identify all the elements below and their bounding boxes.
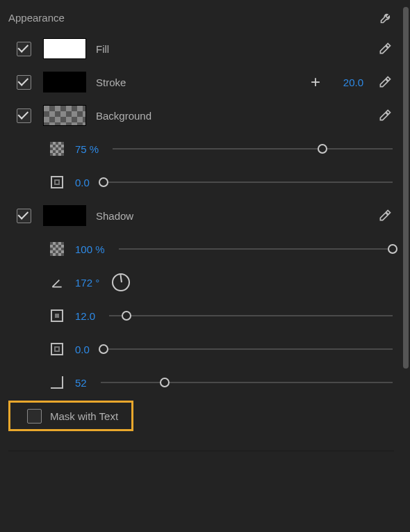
- wrench-icon[interactable]: [379, 10, 394, 25]
- distance-icon: [49, 307, 65, 324]
- mask-with-text-row[interactable]: Mask with Text: [8, 401, 133, 431]
- angle-icon: [49, 274, 65, 291]
- shadow-size-value[interactable]: 0.0: [75, 344, 90, 355]
- background-swatch[interactable]: [43, 105, 86, 126]
- shadow-distance-slider[interactable]: [109, 309, 393, 323]
- shadow-label: Shadow: [96, 210, 133, 222]
- fill-toggle[interactable]: [17, 42, 31, 56]
- scrollbar[interactable]: [403, 7, 409, 369]
- blur-icon: [49, 374, 65, 391]
- stroke-row: Stroke + 20.0: [4, 65, 400, 99]
- shadow-distance-row: 12.0: [4, 299, 400, 332]
- shadow-angle-value[interactable]: 172 °: [75, 277, 99, 289]
- appearance-panel: Appearance Fill Stroke + 20.0: [0, 0, 400, 451]
- stroke-width-value[interactable]: 20.0: [338, 76, 363, 88]
- shadow-size-slider[interactable]: [104, 342, 393, 356]
- stroke-toggle[interactable]: [17, 75, 31, 90]
- add-stroke-icon[interactable]: +: [311, 72, 320, 92]
- shadow-blur-slider[interactable]: [101, 376, 393, 389]
- size-icon: [49, 341, 65, 357]
- size-icon: [49, 174, 65, 191]
- background-size-value[interactable]: 0.0: [75, 177, 90, 188]
- panel-header: Appearance: [4, 4, 400, 32]
- background-toggle[interactable]: [17, 108, 31, 123]
- panel-divider: [8, 451, 394, 451]
- eyedropper-icon[interactable]: [377, 74, 393, 90]
- shadow-opacity-slider[interactable]: [119, 242, 393, 256]
- shadow-angle-row: 172 °: [4, 266, 400, 299]
- shadow-blur-row: 52: [4, 366, 400, 399]
- mask-with-text-checkbox[interactable]: [27, 409, 42, 424]
- opacity-icon: [49, 140, 65, 157]
- shadow-size-row: 0.0: [4, 332, 400, 366]
- fill-swatch[interactable]: [43, 38, 86, 59]
- eyedropper-icon[interactable]: [377, 208, 393, 223]
- background-size-row: 0.0: [4, 166, 400, 199]
- shadow-toggle[interactable]: [17, 209, 31, 223]
- background-row: Background: [4, 99, 400, 132]
- background-opacity-row: 75 %: [4, 132, 400, 166]
- background-label: Background: [96, 110, 151, 122]
- shadow-blur-value[interactable]: 52: [75, 377, 87, 389]
- background-size-slider[interactable]: [104, 175, 393, 189]
- eyedropper-icon[interactable]: [377, 108, 393, 123]
- stroke-label: Stroke: [96, 76, 126, 88]
- stroke-swatch[interactable]: [43, 72, 86, 92]
- background-opacity-slider[interactable]: [113, 142, 393, 156]
- shadow-row: Shadow: [4, 199, 400, 232]
- background-opacity-value[interactable]: 75 %: [75, 143, 99, 155]
- shadow-opacity-value[interactable]: 100 %: [75, 243, 105, 255]
- mask-with-text-label: Mask with Text: [50, 410, 118, 422]
- fill-label: Fill: [96, 43, 109, 55]
- shadow-swatch[interactable]: [43, 205, 86, 226]
- shadow-angle-knob[interactable]: [112, 273, 130, 291]
- eyedropper-icon[interactable]: [377, 41, 393, 56]
- shadow-distance-value[interactable]: 12.0: [75, 310, 95, 322]
- opacity-icon: [49, 241, 65, 257]
- panel-title: Appearance: [8, 12, 65, 24]
- shadow-opacity-row: 100 %: [4, 232, 400, 266]
- fill-row: Fill: [4, 32, 400, 65]
